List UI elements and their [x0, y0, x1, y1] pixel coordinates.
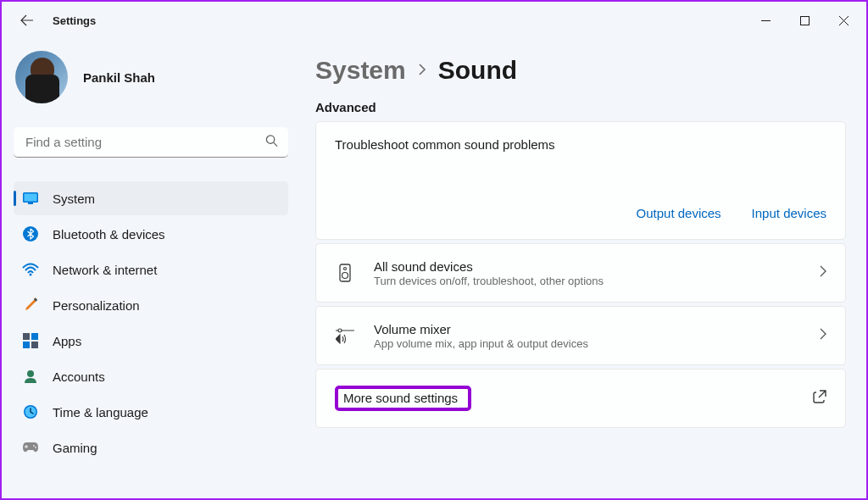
svg-rect-9 — [31, 333, 38, 340]
svg-point-6 — [30, 274, 32, 276]
row-text: More sound settings — [335, 386, 813, 411]
system-icon — [22, 190, 39, 207]
apps-icon — [22, 332, 39, 349]
titlebar: Settings — [2, 2, 866, 39]
all-sound-devices-row[interactable]: All sound devices Turn devices on/off, t… — [315, 243, 846, 303]
external-link-icon — [813, 390, 826, 407]
sidebar-item-label: Bluetooth & devices — [53, 227, 165, 242]
sidebar-item-accounts[interactable]: Accounts — [14, 359, 288, 393]
avatar — [15, 51, 68, 103]
svg-point-18 — [344, 268, 347, 270]
sidebar-item-time[interactable]: Time & language — [14, 395, 288, 429]
svg-point-15 — [33, 445, 35, 447]
svg-point-16 — [35, 447, 36, 448]
sidebar-item-label: System — [53, 192, 95, 206]
nav-list: System Bluetooth & devices Network & int… — [14, 181, 288, 464]
breadcrumb-parent[interactable]: System — [315, 56, 406, 85]
svg-point-19 — [342, 273, 348, 279]
chevron-right-icon — [418, 62, 426, 80]
search-icon — [265, 135, 278, 151]
sidebar-item-label: Apps — [53, 334, 81, 348]
maximize-icon — [800, 16, 810, 25]
row-text: All sound devices Turn devices on/off, t… — [374, 259, 820, 287]
sidebar-item-label: Time & language — [53, 405, 148, 419]
svg-point-1 — [266, 136, 274, 143]
personalization-icon — [22, 297, 39, 314]
search-box — [14, 127, 288, 158]
troubleshoot-card: Troubleshoot common sound problems Outpu… — [315, 121, 846, 240]
sidebar-item-network[interactable]: Network & internet — [14, 253, 288, 286]
speaker-icon — [335, 264, 355, 282]
sidebar-item-gaming[interactable]: Gaming — [14, 431, 288, 464]
breadcrumb: System Sound — [315, 56, 846, 85]
gaming-icon — [22, 439, 39, 456]
more-sound-settings-row[interactable]: More sound settings — [315, 369, 846, 428]
sidebar: Pankil Shah System Bluetooth & devices — [2, 39, 300, 498]
row-text: Volume mixer App volume mix, app input &… — [374, 322, 820, 350]
search-input[interactable] — [14, 127, 288, 158]
close-button[interactable] — [824, 7, 863, 34]
back-button[interactable] — [14, 7, 41, 34]
main-content: System Sound Advanced Troubleshoot commo… — [300, 39, 866, 498]
input-devices-link[interactable]: Input devices — [752, 206, 826, 220]
profile-section[interactable]: Pankil Shah — [14, 51, 288, 103]
time-icon — [22, 403, 39, 420]
troubleshoot-links: Output devices Input devices — [335, 206, 826, 220]
svg-rect-8 — [23, 333, 30, 340]
svg-rect-0 — [800, 16, 809, 25]
breadcrumb-current: Sound — [438, 56, 517, 85]
sidebar-item-apps[interactable]: Apps — [14, 324, 288, 358]
row-title: Volume mixer — [374, 322, 820, 336]
minimize-icon — [761, 16, 771, 25]
bluetooth-icon — [22, 225, 39, 242]
troubleshoot-title: Troubleshoot common sound problems — [335, 137, 826, 152]
sidebar-item-bluetooth[interactable]: Bluetooth & devices — [14, 217, 288, 251]
sidebar-item-label: Gaming — [53, 441, 97, 455]
arrow-left-icon — [20, 14, 34, 27]
output-devices-link[interactable]: Output devices — [637, 206, 721, 220]
svg-point-12 — [27, 370, 34, 377]
chevron-right-icon — [820, 328, 826, 343]
volume-mixer-row[interactable]: Volume mixer App volume mix, app input &… — [315, 306, 846, 365]
network-icon — [22, 261, 39, 278]
row-subtitle: Turn devices on/off, troubleshoot, other… — [374, 275, 820, 287]
sidebar-item-label: Accounts — [53, 369, 105, 384]
row-title: All sound devices — [374, 259, 820, 274]
accounts-icon — [22, 368, 39, 385]
window-controls — [746, 7, 863, 34]
mixer-icon — [335, 327, 355, 344]
close-icon — [839, 16, 849, 25]
row-subtitle: App volume mix, app input & output devic… — [374, 337, 820, 350]
sidebar-item-system[interactable]: System — [14, 181, 288, 215]
highlight-annotation: More sound settings — [335, 386, 471, 411]
svg-rect-10 — [23, 342, 30, 348]
svg-rect-11 — [31, 342, 38, 348]
svg-rect-4 — [28, 203, 33, 204]
minimize-button[interactable] — [746, 7, 785, 34]
profile-name: Pankil Shah — [83, 70, 155, 85]
window-title: Settings — [53, 14, 96, 27]
svg-point-20 — [338, 329, 342, 332]
svg-rect-3 — [25, 194, 37, 202]
sidebar-item-label: Network & internet — [53, 263, 157, 277]
sidebar-item-personalization[interactable]: Personalization — [14, 288, 288, 322]
row-title: More sound settings — [343, 391, 458, 405]
sidebar-item-label: Personalization — [53, 298, 140, 313]
section-label: Advanced — [315, 100, 846, 114]
maximize-button[interactable] — [785, 7, 824, 34]
chevron-right-icon — [820, 265, 826, 281]
